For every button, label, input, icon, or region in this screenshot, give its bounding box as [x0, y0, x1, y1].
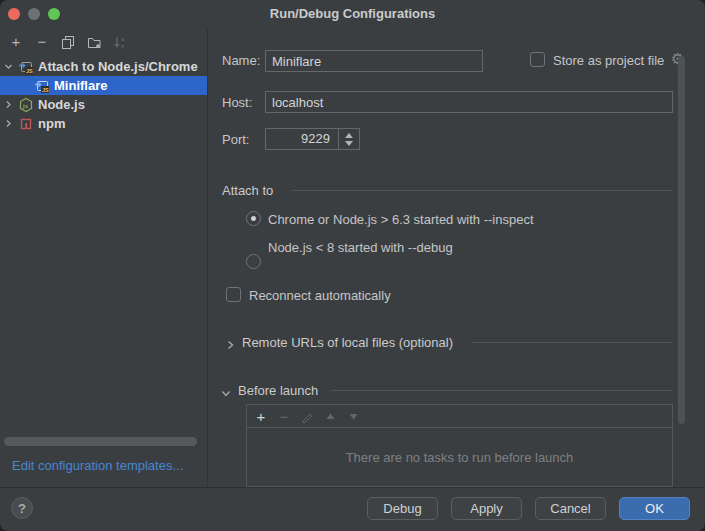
sort-configurations-icon: az — [112, 34, 128, 50]
host-input[interactable] — [265, 91, 673, 113]
spinner-down-icon[interactable] — [345, 141, 353, 146]
spinner-arrows[interactable] — [338, 129, 359, 149]
sidebar-divider — [207, 28, 208, 487]
title-bar: Run/Debug Configurations — [0, 0, 705, 28]
svg-text:js: js — [22, 102, 29, 108]
chevron-down-icon[interactable] — [221, 386, 231, 401]
chevron-right-icon[interactable] — [0, 100, 16, 109]
svg-text:z: z — [121, 43, 124, 49]
apply-button[interactable]: Apply — [451, 497, 522, 520]
store-as-project-file-label: Store as project file — [553, 53, 664, 68]
section-separator — [292, 190, 672, 191]
footer-divider — [0, 487, 705, 488]
tree-item-label: Node.js — [38, 97, 85, 112]
tree-item-label: Miniflare — [54, 78, 107, 93]
tree-item-label: npm — [38, 116, 65, 131]
svg-text:a: a — [121, 36, 125, 42]
sidebar-horizontal-scrollbar[interactable] — [4, 437, 197, 446]
radio-chrome-or-nodejs-inspect[interactable] — [246, 211, 261, 226]
new-folder-icon[interactable] — [86, 34, 102, 50]
cancel-button[interactable]: Cancel — [535, 497, 606, 520]
attach-nodejs-icon: JS — [18, 59, 34, 75]
move-task-down-icon — [346, 409, 360, 423]
port-label: Port: — [222, 132, 249, 147]
svg-text:JS: JS — [26, 68, 33, 74]
spinner-up-icon[interactable] — [345, 133, 353, 138]
move-task-up-icon — [323, 409, 337, 423]
radio-nodejs-debug[interactable] — [246, 254, 261, 269]
host-label: Host: — [222, 95, 252, 110]
tree-item-nodejs[interactable]: js Node.js — [0, 95, 207, 114]
store-as-project-file-checkbox[interactable] — [530, 52, 545, 67]
radio-label[interactable]: Chrome or Node.js > 6.3 started with --i… — [268, 212, 534, 227]
radio-label[interactable]: Node.js < 8 started with --debug — [268, 240, 453, 255]
dialog-title: Run/Debug Configurations — [0, 6, 705, 21]
section-separator — [331, 390, 672, 391]
reconnect-automatically-label[interactable]: Reconnect automatically — [249, 288, 391, 303]
edit-task-icon — [300, 409, 314, 423]
edit-configuration-templates-link[interactable]: Edit configuration templates... — [12, 458, 183, 473]
help-button[interactable]: ? — [11, 497, 33, 519]
remove-configuration-icon[interactable]: − — [34, 34, 50, 50]
npm-icon — [18, 116, 34, 132]
before-launch-panel: + − There are no tasks to run before lau… — [246, 404, 673, 487]
tree-item-label: Attach to Node.js/Chrome — [38, 59, 198, 74]
remote-urls-section-title[interactable]: Remote URLs of local files (optional) — [242, 335, 453, 350]
copy-configuration-icon[interactable] — [60, 34, 76, 50]
before-launch-toolbar: + − — [247, 405, 672, 428]
debug-button[interactable]: Debug — [367, 497, 438, 520]
ok-button[interactable]: OK — [619, 497, 690, 520]
chevron-right-icon[interactable] — [226, 338, 235, 353]
before-launch-empty-text: There are no tasks to run before launch — [247, 428, 672, 486]
main-vertical-scrollbar[interactable] — [678, 56, 685, 424]
before-launch-section-title[interactable]: Before launch — [238, 383, 318, 398]
chevron-down-icon[interactable] — [0, 62, 16, 71]
tree-item-attach-to-nodejs-chrome[interactable]: JS Attach to Node.js/Chrome — [0, 57, 207, 76]
nodejs-icon: js — [18, 97, 34, 113]
remove-task-icon: − — [277, 409, 291, 423]
section-separator — [472, 342, 672, 343]
port-spinner[interactable]: 9229 — [265, 128, 360, 150]
tree-item-miniflare[interactable]: JS Miniflare — [0, 76, 207, 95]
run-debug-configurations-dialog: Run/Debug Configurations + − az JS Attac… — [0, 0, 705, 531]
svg-text:JS: JS — [42, 87, 49, 93]
reconnect-automatically-checkbox[interactable] — [226, 287, 241, 302]
attach-nodejs-icon: JS — [34, 78, 50, 94]
configurations-toolbar: + − az — [0, 30, 207, 54]
add-configuration-icon[interactable]: + — [8, 34, 24, 50]
name-input[interactable] — [265, 50, 483, 72]
name-label: Name: — [222, 53, 260, 68]
port-value[interactable]: 9229 — [266, 129, 338, 149]
attach-to-section-title: Attach to — [222, 183, 273, 198]
tree-item-npm[interactable]: npm — [0, 114, 207, 133]
add-task-icon[interactable]: + — [254, 409, 268, 423]
chevron-right-icon[interactable] — [0, 119, 16, 128]
